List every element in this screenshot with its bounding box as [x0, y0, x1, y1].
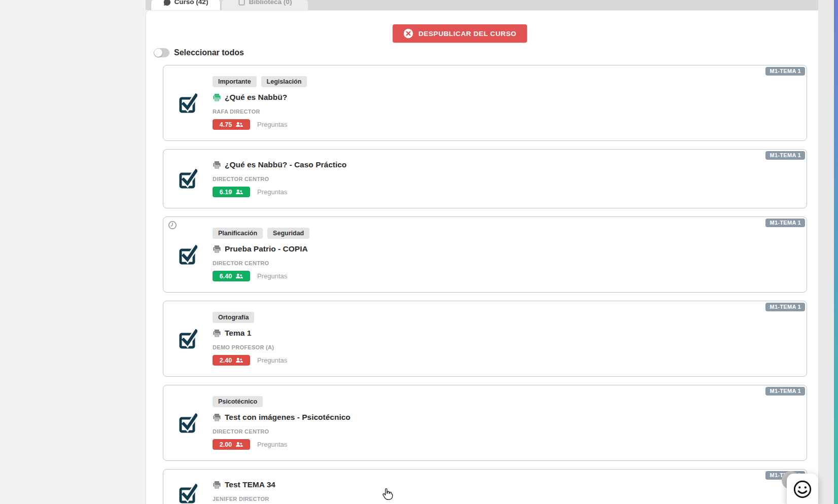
gradient-edge	[834, 0, 838, 504]
people-icon	[235, 273, 243, 279]
tab-biblioteca[interactable]: Biblioteca (0)	[222, 0, 308, 10]
score-badge: 2.00	[213, 439, 250, 450]
card-author: JENIFER DIRECTOR	[213, 496, 269, 502]
people-icon	[235, 357, 243, 363]
chat-filled-icon	[163, 0, 171, 6]
score-value: 4.75	[220, 121, 232, 128]
score-badge: 2.40	[213, 355, 250, 366]
smiley-icon	[791, 478, 814, 501]
checkbox-icon[interactable]	[179, 329, 197, 349]
checkbox-icon[interactable]	[179, 93, 197, 114]
questions-label: Preguntas	[257, 188, 287, 196]
tab-label: Curso (42)	[174, 0, 208, 7]
checkbox-zone	[163, 93, 213, 114]
checkbox-icon[interactable]	[179, 168, 197, 189]
printer-icon	[213, 93, 221, 102]
people-icon	[235, 189, 243, 195]
questions-label: Preguntas	[257, 272, 287, 280]
card-title: Prueba Patrio - COPIA	[225, 244, 308, 254]
card-content: ¿Qué es Nabbü? - Caso Práctico DIRECTOR …	[213, 160, 346, 197]
content-panel: DESPUBLICAR DEL CURSO Seleccionar todos …	[146, 10, 818, 504]
checkbox-zone	[163, 329, 213, 349]
module-badge: M1-TEMA 1	[765, 303, 805, 311]
card-content: Ortografía Tema 1 DEMO PROFESOR (A) 2.40	[213, 312, 287, 366]
card-content: ImportanteLegislación ¿Qué es Nabbü? RAF…	[213, 76, 307, 130]
card-title: Tema 1	[225, 329, 251, 338]
select-all-row: Seleccionar todos	[154, 48, 244, 57]
tag-list: ImportanteLegislación	[213, 76, 307, 87]
card-title: ¿Qué es Nabbü?	[225, 93, 287, 102]
score-value: 2.40	[220, 357, 232, 364]
printer-icon	[213, 413, 221, 422]
score-badge: 4.75	[213, 119, 250, 130]
select-all-toggle[interactable]	[154, 48, 169, 57]
card-content: Psicotécnico Test con imágenes - Psicoté…	[213, 396, 351, 450]
tag-list: Ortografía	[213, 312, 254, 323]
people-icon	[235, 122, 243, 127]
checkbox-zone	[163, 413, 213, 434]
checkbox-icon[interactable]	[179, 244, 197, 265]
printer-icon	[213, 329, 221, 338]
card-content: Test TEMA 34 JENIFER DIRECTOR	[213, 480, 275, 504]
checkbox-zone	[163, 168, 213, 189]
questions-label: Preguntas	[257, 441, 287, 448]
checkbox-zone	[163, 483, 213, 504]
test-card[interactable]: M1-TEMA 1 Psicotécnico Test con im	[163, 385, 807, 461]
test-card[interactable]: M1-TEMA 1 ¿Qué es Nabbü? - Caso P	[163, 149, 807, 208]
x-circle-icon	[403, 28, 413, 39]
module-badge: M1-TEMA 1	[765, 387, 805, 395]
tab-curso[interactable]: Curso (42)	[151, 0, 221, 10]
library-icon	[238, 0, 246, 6]
tab-bar: Curso (42) Biblioteca (0)	[146, 0, 818, 10]
test-card[interactable]: M1-TEMA 1 Test TEMA 34	[163, 469, 807, 504]
printer-icon	[213, 481, 221, 489]
card-author: DIRECTOR CENTRO	[213, 260, 269, 266]
clock-icon	[168, 221, 177, 230]
module-badge: M1-TEMA 1	[765, 67, 805, 76]
select-all-label: Seleccionar todos	[174, 48, 244, 57]
unpublish-button[interactable]: DESPUBLICAR DEL CURSO	[393, 24, 527, 43]
questions-label: Preguntas	[257, 121, 287, 128]
tag-pill: Psicotécnico	[213, 396, 263, 407]
card-stats: 6.40 Preguntas	[213, 271, 287, 281]
printer-icon	[213, 245, 221, 254]
printer-icon	[213, 161, 221, 169]
card-stats: 2.00 Preguntas	[213, 439, 287, 450]
test-card[interactable]: M1-TEMA 1 ImportanteLegislación ¿Q	[163, 65, 807, 141]
test-card[interactable]: M1-TEMA 1 Ortografía Tema 1	[163, 301, 807, 377]
card-author: DIRECTOR CENTRO	[213, 428, 269, 435]
card-author: DEMO PROFESOR (A)	[213, 344, 274, 350]
questions-label: Preguntas	[257, 356, 287, 364]
card-title: ¿Qué es Nabbü? - Caso Práctico	[225, 160, 346, 169]
card-stats: 6.19 Preguntas	[213, 187, 287, 197]
score-value: 6.40	[220, 273, 232, 280]
score-badge: 6.40	[213, 271, 250, 281]
tag-pill: Planificación	[213, 228, 263, 239]
page: Curso (42) Biblioteca (0) DESPUBLICAR DE…	[0, 0, 838, 504]
checkbox-zone	[163, 244, 213, 265]
feedback-button[interactable]	[787, 474, 818, 504]
card-list: M1-TEMA 1 ImportanteLegislación ¿Q	[163, 65, 807, 504]
test-card[interactable]: M1-TEMA 1 PlanificaciónSeguridad	[163, 217, 807, 293]
tag-pill: Importante	[213, 76, 257, 87]
card-title: Test TEMA 34	[225, 480, 275, 489]
people-icon	[235, 442, 243, 447]
tab-label: Biblioteca (0)	[249, 0, 292, 7]
unpublish-label: DESPUBLICAR DEL CURSO	[418, 30, 516, 38]
card-content: PlanificaciónSeguridad Prueba Patrio - C…	[213, 228, 309, 281]
right-gutter	[818, 0, 834, 504]
score-badge: 6.19	[213, 187, 250, 197]
toggle-knob	[154, 49, 162, 57]
tag-list: Psicotécnico	[213, 396, 263, 407]
tag-pill: Seguridad	[267, 228, 309, 239]
tag-pill: Ortografía	[213, 312, 254, 323]
tag-list: PlanificaciónSeguridad	[213, 228, 309, 239]
tag-pill: Legislación	[261, 76, 307, 87]
card-author: DIRECTOR CENTRO	[213, 176, 269, 182]
card-title: Test con imágenes - Psicotécnico	[225, 413, 351, 422]
module-badge: M1-TEMA 1	[765, 219, 805, 227]
score-value: 6.19	[220, 189, 232, 196]
card-author: RAFA DIRECTOR	[213, 109, 260, 115]
checkbox-icon[interactable]	[179, 483, 197, 504]
checkbox-icon[interactable]	[179, 413, 197, 434]
